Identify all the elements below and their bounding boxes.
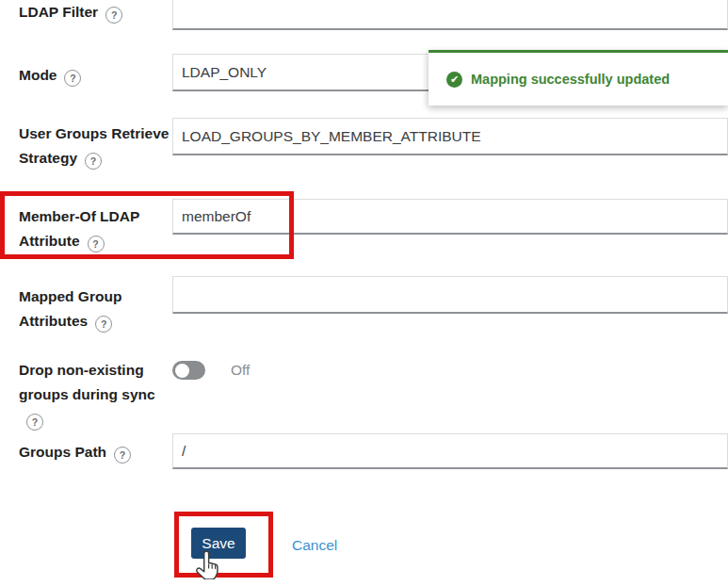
ldap-filter-label-text: LDAP Filter <box>19 4 98 20</box>
mapped-group-attributes-label: Mapped Group Attributes? <box>0 276 172 334</box>
user-groups-retrieve-strategy-input[interactable] <box>172 118 728 155</box>
cancel-link[interactable]: Cancel <box>292 537 337 554</box>
form-row-member-of-ldap-attribute: Member-Of LDAP Attribute? <box>0 199 728 253</box>
form-row-drop-non-existing-groups: Drop non-existing groups during sync? Of… <box>0 355 728 431</box>
groups-path-input[interactable] <box>172 433 728 469</box>
toggle-state-label: Off <box>231 362 250 379</box>
help-icon[interactable]: ? <box>95 316 112 333</box>
drop-non-existing-groups-toggle-wrap: Off <box>172 361 728 380</box>
success-check-icon: ✔ <box>446 72 462 88</box>
help-icon[interactable]: ? <box>114 447 131 464</box>
help-icon[interactable]: ? <box>85 153 102 170</box>
member-of-ldap-attribute-label-text: Member-Of LDAP Attribute <box>19 208 139 249</box>
groups-path-label-text: Groups Path <box>19 444 106 460</box>
ldap-filter-input[interactable] <box>172 0 728 30</box>
help-icon[interactable]: ? <box>26 414 43 431</box>
save-button[interactable]: Save <box>191 528 246 559</box>
form-row-groups-path: Groups Path? <box>0 433 728 469</box>
mode-label-text: Mode <box>19 67 57 83</box>
mode-label: Mode? <box>0 54 172 91</box>
form-row-ldap-filter: LDAP Filter? <box>0 0 728 30</box>
help-icon[interactable]: ? <box>64 70 81 87</box>
ldap-mapper-settings-form: LDAP Filter? Mode? User Groups Retrieve … <box>0 0 728 586</box>
toggle-knob <box>175 364 189 378</box>
help-icon[interactable]: ? <box>88 236 105 252</box>
drop-non-existing-groups-toggle[interactable] <box>172 361 205 380</box>
mapped-group-attributes-input[interactable] <box>172 276 728 314</box>
drop-non-existing-groups-label: Drop non-existing groups during sync? <box>0 355 172 431</box>
toast-message: Mapping successfully updated <box>471 72 670 87</box>
form-row-mapped-group-attributes: Mapped Group Attributes? <box>0 276 728 334</box>
user-groups-retrieve-strategy-label: User Groups Retrieve Strategy? <box>0 118 172 171</box>
drop-non-existing-groups-label-text: Drop non-existing groups during sync <box>19 362 155 402</box>
ldap-filter-label: LDAP Filter? <box>0 0 172 30</box>
member-of-ldap-attribute-label: Member-Of LDAP Attribute? <box>0 199 172 253</box>
form-row-user-groups-retrieve-strategy: User Groups Retrieve Strategy? <box>0 118 728 171</box>
member-of-ldap-attribute-input[interactable] <box>172 199 728 235</box>
success-toast: ✔ Mapping successfully updated <box>429 50 728 106</box>
groups-path-label: Groups Path? <box>0 433 172 469</box>
help-icon[interactable]: ? <box>105 7 122 24</box>
